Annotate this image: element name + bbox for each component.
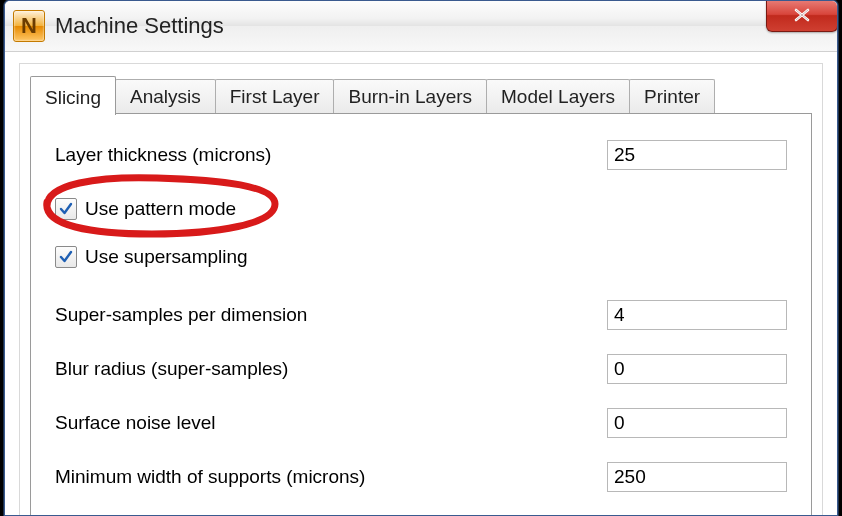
tab-label: Slicing	[45, 87, 101, 108]
tab-label: Model Layers	[501, 86, 615, 107]
tabstrip: Slicing Analysis First Layer Burn-in Lay…	[30, 76, 812, 114]
tab-label: First Layer	[230, 86, 320, 107]
check-icon	[58, 201, 74, 217]
row-use-pattern-mode: Use pattern mode	[55, 192, 787, 226]
client-area: Slicing Analysis First Layer Burn-in Lay…	[19, 63, 823, 515]
app-icon-letter: N	[21, 13, 37, 39]
layer-thickness-label: Layer thickness (microns)	[55, 144, 271, 166]
close-icon	[787, 8, 817, 22]
tab-analysis[interactable]: Analysis	[115, 79, 216, 114]
check-icon	[58, 249, 74, 265]
row-super-samples: Super-samples per dimension	[55, 298, 787, 332]
surface-noise-label: Surface noise level	[55, 412, 216, 434]
tab-first-layer[interactable]: First Layer	[215, 79, 335, 114]
blur-radius-input[interactable]	[607, 354, 787, 384]
tab-label: Analysis	[130, 86, 201, 107]
super-samples-label: Super-samples per dimension	[55, 304, 307, 326]
min-support-width-label: Minimum width of supports (microns)	[55, 466, 365, 488]
row-layer-thickness: Layer thickness (microns)	[55, 138, 787, 172]
use-pattern-mode-label: Use pattern mode	[85, 198, 236, 220]
row-use-supersampling: Use supersampling	[55, 240, 787, 274]
tab-printer[interactable]: Printer	[629, 79, 715, 114]
row-min-support-width: Minimum width of supports (microns)	[55, 460, 787, 494]
tab-label: Burn-in Layers	[348, 86, 472, 107]
tab-burn-in-layers[interactable]: Burn-in Layers	[333, 79, 487, 114]
tab-label: Printer	[644, 86, 700, 107]
use-supersampling-checkbox[interactable]	[55, 246, 77, 268]
titlebar: N Machine Settings	[5, 1, 837, 52]
surface-noise-input[interactable]	[607, 408, 787, 438]
super-samples-input[interactable]	[607, 300, 787, 330]
row-surface-noise: Surface noise level	[55, 406, 787, 440]
tabpage-slicing: Layer thickness (microns) Use pattern mo…	[30, 113, 812, 515]
use-pattern-mode-checkbox[interactable]	[55, 198, 77, 220]
window-title: Machine Settings	[55, 13, 224, 39]
use-supersampling-label: Use supersampling	[85, 246, 248, 268]
tab-model-layers[interactable]: Model Layers	[486, 79, 630, 114]
app-icon: N	[13, 10, 45, 42]
close-button[interactable]	[766, 0, 838, 32]
layer-thickness-input[interactable]	[607, 140, 787, 170]
tab-slicing[interactable]: Slicing	[30, 76, 116, 115]
min-support-width-input[interactable]	[607, 462, 787, 492]
blur-radius-label: Blur radius (super-samples)	[55, 358, 288, 380]
row-blur-radius: Blur radius (super-samples)	[55, 352, 787, 386]
settings-window: N Machine Settings Slicing Analysis Firs…	[4, 0, 838, 516]
